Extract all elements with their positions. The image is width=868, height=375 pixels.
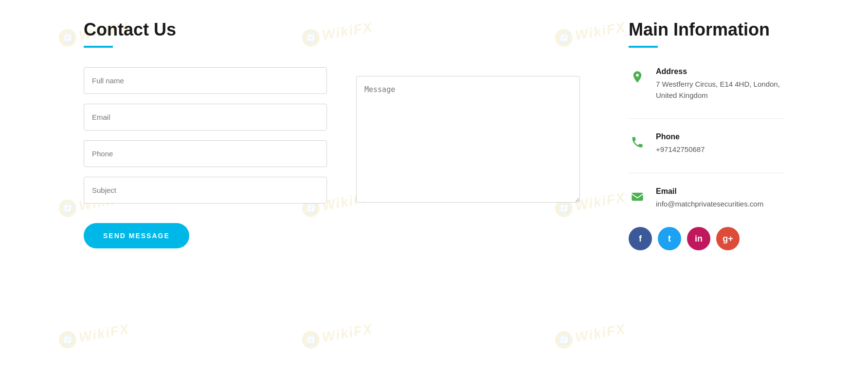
message-section: [356, 19, 580, 250]
subject-input[interactable]: [84, 177, 327, 204]
svg-rect-0: [632, 192, 643, 200]
message-group: [356, 76, 580, 205]
phone-icon: [629, 133, 646, 151]
contact-title-underline: [84, 46, 113, 48]
email-icon: [629, 188, 646, 206]
email-group: [84, 104, 327, 131]
phone-input[interactable]: [84, 140, 327, 167]
address-item: Address 7 Westferry Circus, E14 4HD, Lon…: [629, 67, 784, 101]
phone-item: Phone +97142750687: [629, 132, 784, 155]
message-textarea[interactable]: [356, 76, 580, 203]
email-value: info@matchprivatesecurities.com: [656, 199, 784, 210]
email-item: Email info@matchprivatesecurities.com: [629, 187, 784, 210]
phone-label: Phone: [656, 132, 784, 141]
main-information-section: Main Information Address 7 Westferry Cir…: [609, 19, 784, 250]
main-info-title-underline: [629, 46, 658, 48]
send-message-button[interactable]: SEND MESSAGE: [84, 223, 189, 248]
facebook-button[interactable]: f: [629, 227, 652, 250]
subject-group: [84, 177, 327, 204]
address-label: Address: [656, 67, 784, 76]
full-name-group: [84, 67, 327, 94]
address-divider: [629, 118, 784, 119]
phone-text-block: Phone +97142750687: [656, 132, 784, 155]
social-icons-group: f t in g+: [629, 227, 784, 250]
address-text-block: Address 7 Westferry Circus, E14 4HD, Lon…: [656, 67, 784, 101]
phone-value: +97142750687: [656, 144, 784, 155]
contact-us-title: Contact Us: [84, 19, 327, 40]
email-text-block: Email info@matchprivatesecurities.com: [656, 187, 784, 210]
full-name-input[interactable]: [84, 67, 327, 94]
phone-group: [84, 140, 327, 167]
address-value: 7 Westferry Circus, E14 4HD, London, Uni…: [656, 79, 784, 101]
location-icon: [629, 68, 646, 86]
twitter-button[interactable]: t: [658, 227, 681, 250]
contact-form-section: Contact Us SEND MESSAGE: [84, 19, 327, 250]
phone-divider: [629, 173, 784, 173]
main-information-title: Main Information: [629, 19, 784, 40]
linkedin-button[interactable]: in: [687, 227, 710, 250]
googleplus-button[interactable]: g+: [716, 227, 740, 250]
email-input[interactable]: [84, 104, 327, 131]
email-label: Email: [656, 187, 784, 196]
